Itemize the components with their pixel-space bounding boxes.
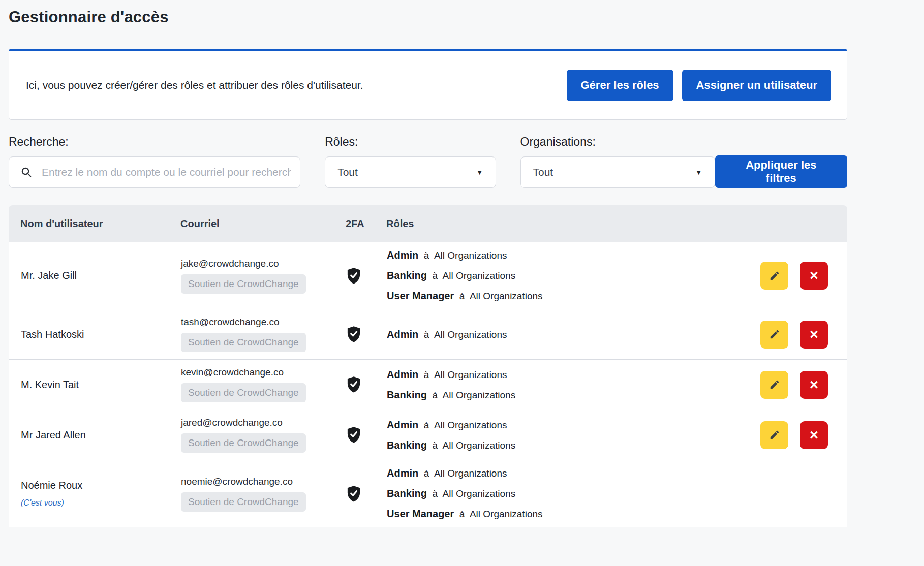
role-connector: à bbox=[424, 250, 429, 261]
role-connector: à bbox=[432, 390, 438, 400]
column-header-2fa: 2FA bbox=[346, 218, 386, 230]
support-badge: Soutien de CrowdChange bbox=[181, 433, 306, 453]
support-badge: Soutien de CrowdChange bbox=[181, 383, 306, 402]
roles-cell: Admin à All Organizations Banking à All … bbox=[387, 419, 760, 451]
x-icon: × bbox=[810, 327, 818, 342]
role-scope: All Organizations bbox=[443, 488, 516, 499]
roles-cell: Admin à All Organizations Banking à All … bbox=[387, 249, 760, 302]
role-connector: à bbox=[424, 369, 429, 380]
role-assignment: Banking à All Organizations bbox=[387, 488, 754, 499]
info-panel: Ici, vous pouvez créer/gérer des rôles e… bbox=[9, 49, 847, 120]
role-name: User Manager bbox=[387, 508, 454, 519]
column-header-email: Courriel bbox=[180, 218, 346, 230]
user-name-cell: M. Kevin Tait bbox=[21, 379, 181, 391]
organizations-filter-group: Organisations: Tout ▼ bbox=[520, 135, 715, 188]
organizations-label: Organisations: bbox=[520, 135, 715, 149]
user-name-cell: Mr Jared Allen bbox=[21, 429, 181, 441]
roles-cell: Admin à All Organizations Banking à All … bbox=[387, 467, 760, 520]
role-connector: à bbox=[424, 329, 429, 340]
user-email: jared@crowdchange.co bbox=[181, 417, 338, 428]
filters-bar: Recherche: Rôles: Tout ▼ Organisations: … bbox=[9, 135, 847, 188]
organizations-select-value: Tout bbox=[533, 166, 553, 178]
assign-user-button[interactable]: Assigner un utilisateur bbox=[682, 70, 831, 101]
table-row: M. Kevin Tait kevin@crowdchange.co Souti… bbox=[9, 359, 847, 410]
roles-label: Rôles: bbox=[325, 135, 496, 149]
chevron-down-icon: ▼ bbox=[476, 168, 483, 176]
delete-user-button[interactable]: × bbox=[800, 371, 828, 399]
edit-user-button[interactable] bbox=[760, 262, 788, 290]
role-name: Banking bbox=[387, 389, 427, 400]
row-actions: × bbox=[760, 321, 831, 349]
column-header-name: Nom d'utilisateur bbox=[20, 218, 180, 230]
user-email-cell: kevin@crowdchange.co Soutien de CrowdCha… bbox=[181, 367, 346, 402]
user-name-cell: Mr. Jake Gill bbox=[21, 270, 181, 281]
shield-check-icon bbox=[346, 326, 361, 343]
role-assignment: Admin à All Organizations bbox=[387, 419, 754, 431]
role-connector: à bbox=[459, 291, 465, 301]
edit-user-button[interactable] bbox=[760, 371, 788, 399]
role-assignment: Banking à All Organizations bbox=[387, 389, 754, 401]
roles-cell: Admin à All Organizations bbox=[387, 329, 760, 340]
role-scope: All Organizations bbox=[443, 270, 516, 281]
role-assignment: Admin à All Organizations bbox=[387, 467, 754, 479]
shield-check-icon bbox=[346, 376, 361, 393]
row-actions: × bbox=[760, 262, 831, 290]
role-name: Banking bbox=[387, 439, 427, 451]
table-header: Nom d'utilisateur Courriel 2FA Rôles bbox=[9, 205, 847, 242]
apply-filters-button[interactable]: Appliquer les filtres bbox=[715, 155, 847, 188]
delete-user-button[interactable]: × bbox=[800, 321, 828, 349]
row-actions: × bbox=[760, 421, 831, 449]
pencil-icon bbox=[769, 379, 780, 390]
roles-select[interactable]: Tout ▼ bbox=[325, 156, 496, 188]
search-label: Recherche: bbox=[9, 135, 300, 149]
role-scope: All Organizations bbox=[434, 250, 507, 261]
role-scope: All Organizations bbox=[434, 468, 507, 479]
edit-user-button[interactable] bbox=[760, 421, 788, 449]
roles-cell: Admin à All Organizations Banking à All … bbox=[387, 369, 760, 401]
access-manager-page: Gestionnaire d'accès Ici, vous pouvez cr… bbox=[9, 0, 847, 527]
role-scope: All Organizations bbox=[470, 291, 543, 301]
shield-check-icon bbox=[346, 426, 361, 444]
user-email: noemie@crowdchange.co bbox=[181, 476, 338, 487]
role-name: Banking bbox=[387, 270, 427, 281]
delete-user-button[interactable]: × bbox=[800, 262, 828, 290]
organizations-select[interactable]: Tout ▼ bbox=[520, 156, 715, 188]
user-name: Mr Jared Allen bbox=[21, 429, 86, 441]
user-email-cell: jake@crowdchange.co Soutien de CrowdChan… bbox=[181, 258, 346, 294]
table-row: Mr. Jake Gill jake@crowdchange.co Soutie… bbox=[9, 242, 847, 309]
x-icon: × bbox=[810, 268, 818, 283]
role-connector: à bbox=[424, 420, 429, 430]
role-assignment: User Manager à All Organizations bbox=[387, 508, 754, 520]
user-email: kevin@crowdchange.co bbox=[181, 367, 338, 378]
role-scope: All Organizations bbox=[434, 329, 507, 340]
pencil-icon bbox=[769, 329, 780, 340]
role-assignment: Banking à All Organizations bbox=[387, 439, 754, 451]
delete-user-button[interactable]: × bbox=[800, 421, 828, 449]
user-name: Noémie Roux bbox=[21, 480, 82, 491]
role-name: Banking bbox=[387, 488, 427, 499]
column-header-roles: Rôles bbox=[386, 218, 761, 230]
search-box[interactable] bbox=[9, 156, 300, 188]
search-filter-group: Recherche: bbox=[9, 135, 300, 188]
role-connector: à bbox=[459, 509, 465, 519]
search-input[interactable] bbox=[42, 157, 291, 187]
manage-roles-button[interactable]: Gérer les rôles bbox=[567, 70, 673, 101]
roles-filter-group: Rôles: Tout ▼ bbox=[325, 135, 496, 188]
user-email-cell: noemie@crowdchange.co Soutien de CrowdCh… bbox=[181, 476, 346, 512]
two-fa-cell bbox=[346, 326, 387, 343]
role-name: Admin bbox=[387, 467, 418, 479]
role-scope: All Organizations bbox=[443, 440, 516, 451]
role-name: Admin bbox=[387, 419, 418, 430]
role-assignment: Admin à All Organizations bbox=[387, 369, 754, 381]
role-scope: All Organizations bbox=[434, 369, 507, 380]
row-actions: × bbox=[760, 371, 831, 399]
role-name: User Manager bbox=[387, 290, 454, 301]
two-fa-cell bbox=[346, 426, 387, 444]
role-connector: à bbox=[432, 440, 438, 451]
two-fa-cell bbox=[346, 485, 387, 502]
page-title: Gestionnaire d'accès bbox=[9, 0, 847, 26]
user-email: jake@crowdchange.co bbox=[181, 258, 338, 269]
table-row: Noémie Roux (C'est vous) noemie@crowdcha… bbox=[9, 460, 847, 527]
edit-user-button[interactable] bbox=[760, 321, 788, 349]
user-email-cell: tash@crowdchange.co Soutien de CrowdChan… bbox=[181, 317, 346, 352]
